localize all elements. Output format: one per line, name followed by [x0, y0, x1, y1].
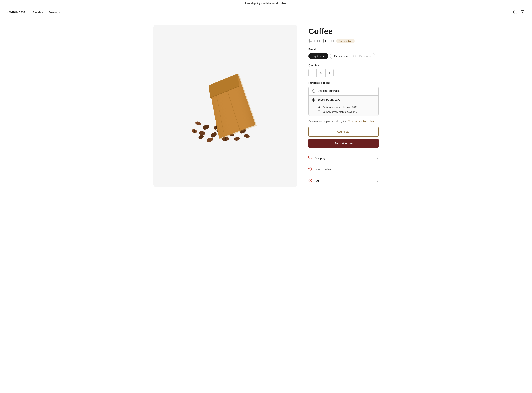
quantity-increase-button[interactable]: +	[326, 69, 333, 77]
accordion-return-policy-label: Return policy	[315, 168, 331, 171]
sub-option-monthly[interactable]: Delivery every month, save 5%	[317, 110, 375, 113]
chevron-down-icon: ∨	[376, 179, 379, 183]
purchase-option-subscribe-label: Subscribe and save	[317, 98, 340, 101]
svg-point-43	[311, 158, 312, 159]
subscribe-now-button[interactable]: Subscribe now	[308, 139, 379, 148]
chevron-down-icon: ▾	[42, 11, 43, 14]
quantity-control: − 1 +	[308, 69, 334, 77]
radio-subscribe-inner	[313, 99, 315, 101]
announcement-text: Free shipping available on all orders!	[245, 2, 287, 5]
announcement-bar: Free shipping available on all orders!	[0, 0, 532, 7]
chevron-down-icon: ∨	[376, 168, 379, 171]
product-title: Coffee	[308, 27, 379, 36]
roast-btn-medium[interactable]: Medium roast	[330, 53, 354, 59]
header-actions	[513, 10, 525, 14]
accordion-shipping-label: Shipping	[315, 157, 326, 160]
nav-item-brewing[interactable]: Brewing ▾	[48, 11, 60, 14]
roast-options: Light roast Medium roast Dark roast	[308, 53, 379, 59]
sub-radio-monthly	[317, 110, 321, 113]
auto-renew-text: Auto-renews, skip or cancel anytime. Vie…	[308, 119, 379, 123]
quantity-value: 1	[316, 69, 326, 77]
roast-btn-light[interactable]: Light roast	[308, 53, 328, 59]
sub-options: Delivery every week, save 10% Delivery e…	[309, 104, 378, 116]
shipping-icon	[308, 156, 312, 160]
header: Coffee cafe Blends ▾ Brewing ▾	[0, 7, 532, 18]
sub-radio-weekly-inner	[318, 107, 320, 108]
roast-btn-dark: Dark roast	[355, 53, 375, 59]
faq-icon	[308, 179, 312, 183]
price-row: $20.00 $18.00 Subscription	[308, 39, 379, 43]
purchase-options-label: Purchase options	[308, 81, 379, 84]
search-icon[interactable]	[513, 10, 517, 14]
chevron-down-icon: ∨	[376, 156, 379, 160]
svg-marker-41	[311, 157, 312, 158]
price-original: $20.00	[308, 39, 320, 43]
product-image-container	[153, 25, 297, 187]
quantity-label: Quantity	[308, 64, 379, 67]
accordion-faq-label: FAQ	[315, 179, 320, 182]
subscription-badge: Subscription	[336, 39, 355, 43]
sub-radio-weekly	[317, 106, 321, 108]
purchase-option-subscribe[interactable]: Subscribe and save	[309, 95, 378, 104]
purchase-option-one-time[interactable]: One-time purchase	[309, 87, 378, 95]
radio-subscribe	[312, 98, 315, 102]
purchase-options-box: One-time purchase Subscribe and save	[308, 87, 379, 116]
svg-rect-40	[309, 156, 311, 158]
svg-line-1	[516, 13, 516, 14]
product-details: Coffee $20.00 $18.00 Subscription Roast …	[308, 25, 379, 187]
nav-item-blends[interactable]: Blends ▾	[33, 11, 43, 14]
accordion-return-policy[interactable]: Return policy ∨	[308, 164, 379, 175]
return-policy-icon	[308, 167, 312, 172]
logo[interactable]: Coffee cafe	[7, 10, 25, 14]
subscription-policy-link[interactable]: View subscription policy	[348, 120, 374, 123]
accordion-list: Shipping ∨ Return policy ∨	[308, 152, 379, 187]
accordion-shipping[interactable]: Shipping ∨	[308, 152, 379, 164]
svg-point-42	[309, 158, 310, 159]
nav: Blends ▾ Brewing ▾	[33, 11, 60, 14]
quantity-section: Quantity − 1 +	[308, 64, 379, 77]
purchase-option-one-time-label: One-time purchase	[317, 89, 340, 92]
cart-icon[interactable]	[521, 10, 525, 14]
sub-option-monthly-label: Delivery every month, save 5%	[322, 111, 357, 113]
sub-option-weekly-label: Delivery every week, save 10%	[322, 106, 357, 108]
product-page: Coffee $20.00 $18.00 Subscription Roast …	[146, 18, 386, 198]
price-sale: $18.00	[322, 39, 334, 43]
purchase-options-section: Purchase options One-time purchase Subsc…	[308, 81, 379, 116]
sub-option-weekly[interactable]: Delivery every week, save 10%	[317, 106, 375, 108]
product-image	[153, 52, 297, 159]
roast-label: Roast	[308, 48, 379, 51]
quantity-decrease-button[interactable]: −	[309, 69, 316, 77]
add-to-cart-button[interactable]: Add to cart	[308, 127, 379, 137]
chevron-down-icon: ▾	[59, 11, 60, 14]
accordion-faq[interactable]: FAQ ∨	[308, 175, 379, 187]
radio-one-time	[312, 89, 315, 93]
